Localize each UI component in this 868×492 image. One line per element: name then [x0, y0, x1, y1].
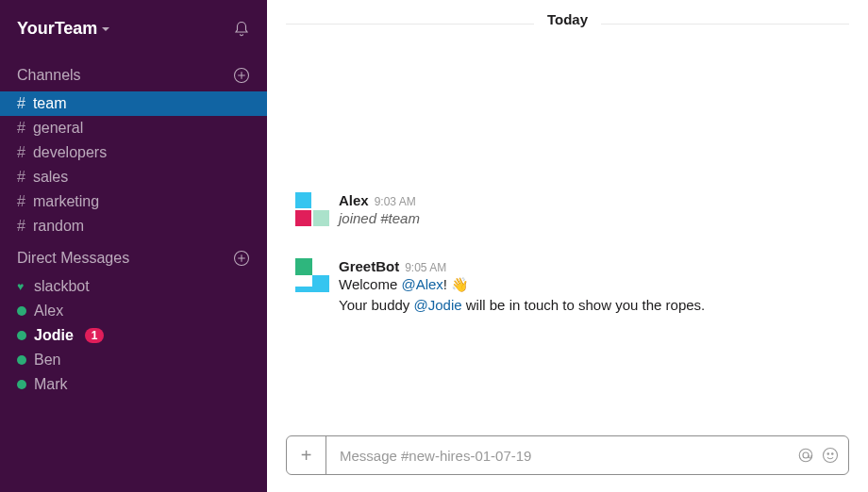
add-dm-icon[interactable] [233, 250, 250, 267]
message-input[interactable] [326, 448, 797, 464]
date-label: Today [534, 11, 601, 27]
text-fragment: will be in touch to show you the ropes. [462, 297, 706, 313]
channel-item-marketing[interactable]: #marketing [0, 189, 267, 214]
channels-header: Channels [0, 56, 267, 91]
dm-label: slackbot [34, 278, 90, 295]
text-fragment: Welcome [339, 276, 401, 292]
text-fragment: ! [443, 276, 451, 292]
message-composer: + [286, 435, 849, 475]
message-text: joined #team [339, 208, 840, 230]
channel-item-sales[interactable]: #sales [0, 165, 267, 189]
mention-jodie[interactable]: @Jodie [414, 297, 462, 313]
channel-item-random[interactable]: #random [0, 214, 267, 238]
dm-label: Ben [34, 352, 60, 369]
channel-item-team[interactable]: #team [0, 91, 267, 116]
hash-icon: # [17, 169, 25, 186]
message-sender: GreetBot [339, 258, 399, 274]
svg-point-5 [827, 453, 829, 455]
sidebar: YourTeam Channels #team #general #develo… [0, 0, 267, 492]
channel-list: #team #general #developers #sales #marke… [0, 91, 267, 238]
presence-online-icon [17, 380, 26, 389]
channel-label: general [33, 120, 83, 137]
presence-online-icon [17, 355, 26, 365]
message-sender: Alex [339, 192, 369, 208]
avatar [295, 258, 329, 292]
unread-badge: 1 [85, 328, 105, 343]
svg-point-3 [803, 452, 809, 458]
emoji-icon[interactable] [822, 447, 839, 464]
dm-item-mark[interactable]: Mark [0, 372, 267, 397]
message-time: 9:03 AM [375, 195, 416, 208]
composer-region: + [267, 426, 868, 492]
add-channel-icon[interactable] [233, 67, 250, 84]
chevron-down-icon [101, 25, 110, 34]
message-time: 9:05 AM [405, 261, 446, 274]
message-alex-joined: Alex9:03 AM joined #team [295, 192, 840, 230]
dm-header: Direct Messages [0, 238, 267, 274]
presence-online-icon [17, 331, 26, 340]
team-switcher[interactable]: YourTeam [17, 19, 110, 39]
channel-label: developers [33, 144, 107, 161]
avatar-greetbot-icon [295, 258, 329, 292]
svg-point-6 [832, 453, 834, 455]
attach-button[interactable]: + [287, 436, 326, 474]
dm-label: Mark [34, 376, 68, 393]
mention-icon[interactable] [797, 447, 814, 464]
dm-item-slackbot[interactable]: ♥slackbot [0, 274, 267, 299]
dm-list: ♥slackbot Alex Jodie1 Ben Mark [0, 274, 267, 397]
message-list: Alex9:03 AM joined #team GreetBot9:05 AM… [267, 32, 868, 426]
svg-point-4 [824, 449, 838, 463]
text-fragment: Your buddy [339, 297, 414, 313]
channel-item-general[interactable]: #general [0, 116, 267, 140]
avatar-alex-icon [295, 192, 329, 226]
dm-item-ben[interactable]: Ben [0, 348, 267, 372]
hash-icon: # [17, 95, 25, 112]
svg-point-2 [799, 449, 812, 462]
hash-icon: # [17, 144, 25, 161]
main-panel: Today Alex9:03 AM joined #team GreetBot9… [267, 0, 868, 492]
heart-icon: ♥ [17, 282, 26, 291]
hash-icon: # [17, 193, 25, 210]
channel-label: marketing [33, 193, 99, 210]
channels-header-label: Channels [17, 67, 81, 84]
wave-emoji-icon: 👋 [451, 276, 469, 292]
hash-icon: # [17, 120, 25, 137]
message-greetbot: GreetBot9:05 AM Welcome @Alex! 👋 Your bu… [295, 258, 840, 317]
channel-item-developers[interactable]: #developers [0, 140, 267, 165]
channel-label: random [33, 218, 84, 235]
dm-item-alex[interactable]: Alex [0, 299, 267, 323]
mention-alex[interactable]: @Alex [401, 276, 442, 292]
presence-online-icon [17, 306, 26, 316]
message-text: Welcome @Alex! 👋 Your buddy @Jodie will … [339, 274, 840, 317]
dm-item-jodie[interactable]: Jodie1 [0, 323, 267, 348]
dm-header-label: Direct Messages [17, 250, 129, 267]
hash-icon: # [17, 218, 25, 235]
dm-label: Alex [34, 303, 63, 320]
channel-label: sales [33, 169, 68, 186]
channel-label: team [33, 95, 67, 112]
notifications-icon[interactable] [233, 21, 250, 38]
team-name-label: YourTeam [17, 19, 97, 39]
dm-label: Jodie [34, 327, 74, 344]
date-divider: Today [267, 0, 868, 32]
avatar [295, 192, 329, 226]
